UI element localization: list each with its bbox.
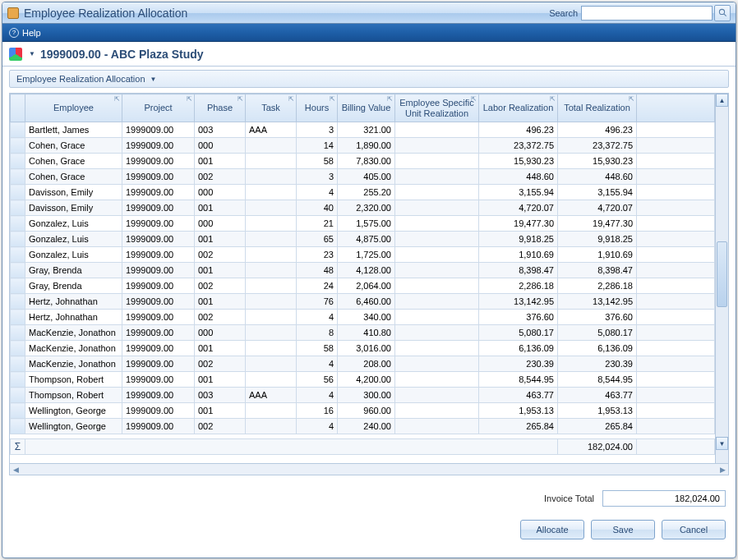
table-row[interactable]: Hertz, Johnathan1999009.000024340.00376.… — [11, 310, 715, 325]
cell-billing[interactable]: 405.00 — [338, 169, 395, 185]
cell-labor[interactable]: 463.77 — [479, 388, 558, 403]
cell-total[interactable]: 9,918.25 — [558, 232, 637, 247]
cell-project[interactable]: 1999009.00 — [122, 341, 195, 356]
cell-task[interactable]: AAA — [246, 122, 297, 138]
cell-phase[interactable]: 000 — [195, 185, 246, 200]
cell-total[interactable]: 463.77 — [558, 388, 637, 403]
pushpin-icon[interactable]: ⇱ — [550, 96, 556, 103]
cell-esur[interactable] — [395, 310, 479, 325]
cell-billing[interactable]: 255.20 — [338, 185, 395, 200]
cell-employee[interactable]: Wellington, George — [25, 403, 122, 419]
cell-total[interactable]: 6,136.09 — [558, 341, 637, 356]
cell-employee[interactable]: Cohen, Grace — [25, 138, 122, 154]
cell-esur[interactable] — [395, 263, 479, 278]
cell-task[interactable] — [246, 356, 297, 372]
cell-task[interactable] — [246, 294, 297, 310]
cell-billing[interactable]: 1,890.00 — [338, 138, 395, 154]
cell-billing[interactable]: 4,875.00 — [338, 232, 395, 247]
cell-billing[interactable]: 2,064.00 — [338, 278, 395, 294]
band-header[interactable]: Employee Realization Allocation ▼ — [9, 70, 729, 88]
cell-labor[interactable]: 8,544.95 — [479, 372, 558, 388]
cell-phase[interactable]: 001 — [195, 294, 246, 310]
cell-project[interactable]: 1999009.00 — [122, 263, 195, 278]
cell-labor[interactable]: 496.23 — [479, 122, 558, 138]
cell-billing[interactable]: 1,725.00 — [338, 247, 395, 263]
cell-esur[interactable] — [395, 294, 479, 310]
cell-total[interactable]: 19,477.30 — [558, 216, 637, 232]
cell-total[interactable]: 2,286.18 — [558, 278, 637, 294]
cell-esur[interactable] — [395, 403, 479, 419]
cell-phase[interactable]: 003 — [195, 388, 246, 403]
cell-labor[interactable]: 448.60 — [479, 169, 558, 185]
cell-employee[interactable]: Gray, Brenda — [25, 278, 122, 294]
table-row[interactable]: Hertz, Johnathan1999009.00001766,460.001… — [11, 294, 715, 310]
row-marker[interactable] — [11, 403, 25, 419]
table-row[interactable]: Gonzalez, Luis1999009.00000211,575.0019,… — [11, 216, 715, 232]
cell-labor[interactable]: 1,953.13 — [479, 403, 558, 419]
table-row[interactable]: Thompson, Robert1999009.00003AAA4300.004… — [11, 388, 715, 403]
cell-total[interactable]: 448.60 — [558, 169, 637, 185]
scroll-left-button[interactable]: ◀ — [10, 464, 21, 475]
cell-employee[interactable]: Hertz, Johnathan — [25, 294, 122, 310]
cell-billing[interactable]: 2,320.00 — [338, 200, 395, 216]
invoice-total-field[interactable] — [602, 490, 726, 507]
cell-hours[interactable]: 4 — [297, 419, 338, 434]
cancel-button[interactable]: Cancel — [662, 520, 726, 539]
cell-hours[interactable]: 21 — [297, 216, 338, 232]
horizontal-scrollbar[interactable]: ◀ ▶ — [9, 464, 729, 475]
cell-project[interactable]: 1999009.00 — [122, 310, 195, 325]
cell-esur[interactable] — [395, 356, 479, 372]
cell-employee[interactable]: Davisson, Emily — [25, 200, 122, 216]
cell-project[interactable]: 1999009.00 — [122, 185, 195, 200]
row-marker[interactable] — [11, 356, 25, 372]
cell-employee[interactable]: Gonzalez, Luis — [25, 247, 122, 263]
vertical-scrollbar[interactable]: ▲ ▼ — [715, 94, 728, 463]
cell-task[interactable] — [246, 154, 297, 169]
cell-project[interactable]: 1999009.00 — [122, 200, 195, 216]
row-marker[interactable] — [11, 154, 25, 169]
cell-total[interactable]: 15,930.23 — [558, 154, 637, 169]
help-link[interactable]: Help — [22, 28, 41, 38]
pushpin-icon[interactable]: ⇱ — [387, 96, 393, 103]
row-marker[interactable] — [11, 185, 25, 200]
cell-total[interactable]: 23,372.75 — [558, 138, 637, 154]
cell-labor[interactable]: 23,372.75 — [479, 138, 558, 154]
cell-hours[interactable]: 16 — [297, 403, 338, 419]
cell-task[interactable] — [246, 403, 297, 419]
cell-total[interactable]: 5,080.17 — [558, 325, 637, 341]
cell-billing[interactable]: 3,016.00 — [338, 341, 395, 356]
cell-task[interactable] — [246, 325, 297, 341]
row-marker[interactable] — [11, 200, 25, 216]
cell-employee[interactable]: MacKenzie, Jonathon — [25, 325, 122, 341]
cell-esur[interactable] — [395, 325, 479, 341]
cell-phase[interactable]: 001 — [195, 200, 246, 216]
cell-project[interactable]: 1999009.00 — [122, 372, 195, 388]
cell-employee[interactable]: Bartlett, James — [25, 122, 122, 138]
table-row[interactable]: Wellington, George1999009.000024240.0026… — [11, 419, 715, 434]
cell-hours[interactable]: 4 — [297, 310, 338, 325]
cell-project[interactable]: 1999009.00 — [122, 232, 195, 247]
row-marker[interactable] — [11, 169, 25, 185]
scroll-right-button[interactable]: ▶ — [717, 464, 728, 475]
pushpin-icon[interactable]: ⇱ — [330, 96, 335, 103]
pushpin-icon[interactable]: ⇱ — [238, 96, 243, 103]
cell-project[interactable]: 1999009.00 — [122, 388, 195, 403]
cell-esur[interactable] — [395, 341, 479, 356]
cell-employee[interactable]: Gonzalez, Luis — [25, 216, 122, 232]
cell-labor[interactable]: 2,286.18 — [479, 278, 558, 294]
column-header-employee[interactable]: Employee⇱ — [25, 94, 122, 122]
cell-billing[interactable]: 410.80 — [338, 325, 395, 341]
row-marker[interactable] — [11, 294, 25, 310]
cell-billing[interactable]: 4,200.00 — [338, 372, 395, 388]
table-row[interactable]: Gray, Brenda1999009.00001484,128.008,398… — [11, 263, 715, 278]
document-icon[interactable] — [9, 48, 22, 61]
column-header-billing[interactable]: Billing Value⇱ — [338, 94, 395, 122]
cell-esur[interactable] — [395, 169, 479, 185]
cell-hours[interactable]: 8 — [297, 325, 338, 341]
cell-billing[interactable]: 7,830.00 — [338, 154, 395, 169]
cell-task[interactable] — [246, 372, 297, 388]
cell-billing[interactable]: 6,460.00 — [338, 294, 395, 310]
table-row[interactable]: Cohen, Grace1999009.00001587,830.0015,93… — [11, 154, 715, 169]
cell-phase[interactable]: 001 — [195, 154, 246, 169]
cell-task[interactable] — [246, 278, 297, 294]
